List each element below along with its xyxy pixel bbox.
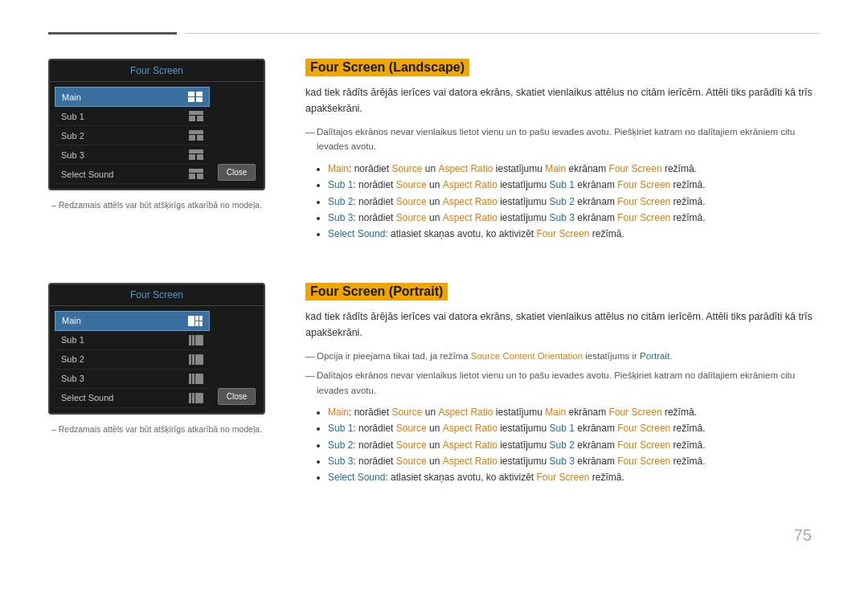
landscape-content: Four Screen (Landscape) kad tiek rādīts …: [305, 59, 820, 243]
svg-rect-22: [192, 335, 194, 345]
portrait-menu-sub1-icon: [189, 335, 203, 345]
portrait-menu-sub2[interactable]: Sub 2: [55, 350, 210, 370]
svg-rect-7: [189, 130, 203, 134]
landscape-menu-select-sound[interactable]: Select Sound: [55, 165, 210, 184]
landscape-menu-sub1-label: Sub 1: [61, 112, 84, 121]
landscape-close-button[interactable]: Close: [218, 164, 256, 181]
portrait-menu: Main Sub 1: [55, 311, 210, 408]
svg-rect-2: [188, 97, 194, 102]
portrait-panel-container: Four Screen Main: [48, 283, 273, 486]
svg-rect-27: [189, 374, 191, 384]
portrait-menu-main-label: Main: [62, 316, 81, 325]
svg-rect-0: [188, 92, 194, 96]
svg-rect-9: [197, 135, 203, 141]
svg-rect-15: [197, 174, 203, 179]
svg-rect-6: [197, 116, 203, 121]
landscape-menu-sub2-label: Sub 2: [61, 131, 84, 141]
portrait-menu-select-sound[interactable]: Select Sound: [55, 389, 210, 408]
landscape-section: Four Screen Main: [48, 59, 820, 243]
portrait-section-title: Four Screen (Portrait): [305, 283, 448, 300]
landscape-menu-sub2[interactable]: Sub 2: [55, 126, 210, 145]
portrait-panel-body: Main Sub 1: [50, 306, 264, 413]
landscape-menu-sub3-icon: [189, 149, 203, 160]
svg-rect-26: [195, 354, 203, 365]
landscape-menu-main[interactable]: Main: [55, 87, 210, 107]
landscape-bullet-sub1: Sub 1: norādiet Source un Aspect Ratio i…: [328, 177, 820, 193]
svg-rect-13: [189, 169, 203, 173]
portrait-bullet-sub2: Sub 2: norādiet Source un Aspect Ratio i…: [328, 437, 820, 453]
svg-rect-11: [189, 154, 195, 160]
svg-rect-23: [195, 335, 203, 345]
landscape-menu-sub3[interactable]: Sub 3: [55, 145, 210, 165]
svg-rect-31: [192, 393, 194, 403]
landscape-panel-title: Four Screen: [50, 60, 264, 82]
svg-rect-32: [195, 393, 203, 403]
portrait-bullet-sub1: Sub 1: norādiet Source un Aspect Ratio i…: [328, 420, 820, 436]
landscape-menu-sub1-icon: [189, 111, 203, 121]
landscape-menu-sub3-label: Sub 3: [61, 150, 84, 160]
svg-rect-8: [189, 135, 195, 141]
landscape-menu-sub2-icon: [189, 130, 203, 141]
portrait-menu-main[interactable]: Main: [55, 311, 210, 331]
svg-rect-12: [197, 154, 203, 160]
portrait-bullet-main: Main: norādiet Source un Aspect Ratio ie…: [328, 404, 820, 420]
svg-rect-5: [189, 116, 195, 121]
svg-rect-16: [188, 316, 194, 326]
svg-rect-30: [189, 393, 191, 403]
portrait-menu-sub1[interactable]: Sub 1: [55, 331, 210, 350]
portrait-bullet-sub3: Sub 3: norādiet Source un Aspect Ratio i…: [328, 453, 820, 469]
landscape-close-area: Close: [215, 87, 259, 184]
landscape-panel-note: – Redzamais attēls var būt atšķirīgs atk…: [48, 200, 273, 210]
svg-rect-19: [195, 321, 199, 326]
portrait-panel-title: Four Screen: [50, 284, 264, 306]
top-line-rule: [185, 33, 820, 34]
portrait-menu-main-icon: [188, 316, 203, 326]
svg-rect-3: [196, 97, 203, 102]
landscape-menu-main-label: Main: [62, 92, 81, 102]
svg-rect-25: [192, 354, 194, 365]
portrait-close-area: Close: [215, 311, 259, 408]
page-number: 75: [48, 526, 820, 545]
portrait-section: Four Screen Main: [48, 283, 820, 486]
portrait-note-2: Dalītajos ekrānos nevar vienlaikus lieto…: [305, 368, 820, 398]
landscape-bullet-sub2: Sub 2: norādiet Source un Aspect Ratio i…: [328, 194, 820, 210]
svg-rect-4: [189, 111, 203, 115]
portrait-menu-sub3-icon: [189, 374, 203, 384]
landscape-panel-body: Main Sub 1: [50, 82, 264, 189]
portrait-desc: kad tiek rādīts ārējās ierīces vai dator…: [305, 309, 820, 341]
landscape-bullet-main: Main: norādiet Source un Aspect Ratio ie…: [328, 161, 820, 177]
landscape-bullet-sub3: Sub 3: norādiet Source un Aspect Ratio i…: [328, 210, 820, 226]
portrait-tv-panel: Four Screen Main: [48, 283, 265, 415]
top-line-accent: [48, 32, 177, 35]
landscape-note: Dalītajos ekrānos nevar vienlaikus lieto…: [305, 125, 820, 154]
landscape-bullets: Main: norādiet Source un Aspect Ratio ie…: [305, 161, 820, 243]
svg-rect-21: [189, 335, 191, 345]
landscape-bullet-select-sound: Select Sound: atlasiet skaņas avotu, ko …: [328, 226, 820, 242]
svg-rect-24: [189, 354, 191, 365]
portrait-note-1: Opcija ir pieejama tikai tad, ja režīma …: [305, 349, 820, 363]
portrait-content: Four Screen (Portrait) kad tiek rādīts ā…: [305, 283, 820, 486]
portrait-menu-sub1-label: Sub 1: [61, 335, 84, 345]
svg-rect-17: [195, 316, 199, 321]
portrait-menu-select-sound-label: Select Sound: [61, 393, 113, 403]
portrait-bullet-select-sound: Select Sound: atlasiet skaņas avotu, ko …: [328, 469, 820, 485]
landscape-desc: kad tiek rādīts ārējās ierīces vai dator…: [305, 84, 820, 116]
svg-rect-10: [189, 149, 203, 153]
portrait-menu-select-sound-icon: [189, 393, 203, 403]
portrait-menu-sub3-label: Sub 3: [61, 374, 84, 383]
landscape-section-title: Four Screen (Landscape): [305, 59, 469, 76]
landscape-menu-select-sound-icon: [189, 169, 203, 179]
portrait-close-button[interactable]: Close: [218, 388, 256, 405]
portrait-menu-sub2-label: Sub 2: [61, 354, 84, 364]
portrait-menu-sub3[interactable]: Sub 3: [55, 370, 210, 389]
landscape-menu-sub1[interactable]: Sub 1: [55, 107, 210, 126]
landscape-menu-main-icon: [188, 92, 203, 102]
svg-rect-28: [192, 374, 194, 384]
portrait-bullets: Main: norādiet Source un Aspect Ratio ie…: [305, 404, 820, 486]
svg-rect-20: [199, 321, 203, 326]
svg-rect-29: [195, 374, 203, 384]
top-line: [48, 32, 820, 35]
landscape-panel-container: Four Screen Main: [48, 59, 273, 243]
landscape-menu: Main Sub 1: [55, 87, 210, 184]
portrait-panel-note: – Redzamais attēls var būt atšķirīgs atk…: [48, 424, 273, 434]
